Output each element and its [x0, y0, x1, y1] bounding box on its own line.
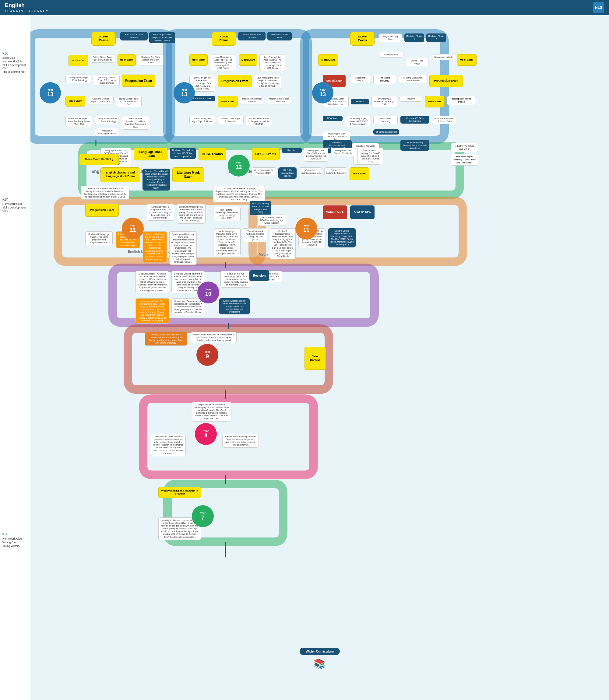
magazines-big-issue: Magazines: Big Issue: [379, 34, 402, 42]
journey-map: A Level Exams Personalised final revisio…: [31, 15, 609, 700]
mock-exam-left-1[interactable]: Mock Exam: [69, 55, 88, 66]
mock-exam-left-2[interactable]: Mock Exam: [118, 54, 136, 66]
tide-advertising: TIDE Advertising Representation: Context…: [400, 140, 429, 151]
mock-exam-mid-low[interactable]: Mock Exam: [218, 96, 238, 107]
mock-exam-right-far[interactable]: Mock Exam: [457, 54, 476, 66]
newspapers-no-time: Newspapers: No Time to Die (2015): [331, 148, 355, 156]
start-c5-nea[interactable]: Start C5 NEA: [350, 205, 375, 219]
revision-phase2: Revision Phase 2: [426, 34, 446, 42]
telling-stories-3: Telling Stories Paper 3: 'The Handmaid's…: [116, 96, 142, 107]
nls-logo: NLS: [593, 2, 604, 13]
ks4-section: KS4 Homework Club Skills Development Clu…: [2, 198, 31, 213]
science-experiments: Science and Experiments: An exploration …: [171, 298, 205, 315]
love-ages-bottom: Love Through the Ages Paper 1: Utopia: [189, 116, 215, 124]
gcse-exams-right[interactable]: GCSE Exams: [252, 148, 280, 160]
nea-starts: NEA Starts: [323, 116, 343, 121]
mock-exam-conflict[interactable]: Mock Exam Conflict [: [79, 154, 119, 165]
ks3-label: KS3: [2, 533, 22, 536]
wider-curriculum-badge: Wider Curriculum: [300, 648, 340, 655]
ks5-item-3[interactable]: Skills Development Club: [2, 64, 31, 70]
wider-curriculum-section: Wider Curriculum 📚: [300, 648, 340, 669]
year-13-badge-right: Year 13: [312, 82, 333, 104]
ks3-item-1[interactable]: Homework Club: [2, 537, 22, 540]
tv-global-age: TV in the Global Age – The Returned: [399, 75, 428, 84]
power-y9: Power: Explore the work of Shakespeare i…: [191, 332, 237, 343]
exploring-conflict-1: Exploring Conflict Paper 1: A Nessear Se…: [149, 32, 175, 43]
magazines-vogue: Magazines: Vogue: [350, 75, 371, 84]
industry-card: Industry: [400, 96, 422, 102]
music-online-rep: Music & Online: Representation & Marketi…: [328, 228, 356, 248]
video-industry-audience: Video Industry & Audience: The Mex (2019…: [243, 228, 267, 242]
submit-nea-y11[interactable]: Submit NEA: [323, 205, 347, 219]
progression-exam-mid[interactable]: Progression Exam: [218, 75, 251, 87]
ks5-item-4[interactable]: Trip to Skimrid Hill: [2, 70, 31, 73]
mock-exam-mid-2[interactable]: Mock Exam: [239, 54, 257, 66]
ks5-item-1[interactable]: Book Club: [2, 56, 31, 59]
alevel-exams-right[interactable]: A Level Exams: [350, 32, 375, 46]
radio-industry-card: The Radio Industry: [373, 75, 396, 84]
revision-rites: Revision: The Rites Roman and Daily Poet…: [138, 54, 163, 66]
gcse-exams-left[interactable]: GCSE Exams: [198, 148, 226, 160]
header-title: English LEARNING JOURNEY: [5, 2, 49, 13]
revision-right: Revision: [351, 99, 369, 104]
tv-crime-drama: TV Crime drama: Media Language; Represen…: [213, 186, 265, 202]
love-ages-paper2: Love Through the Ages Paper 2: The Great…: [254, 75, 281, 89]
relationships-y8: Relationships: Building a Roman Cuba you…: [222, 434, 259, 448]
page-header: English LEARNING JOURNEY NLS: [0, 0, 609, 15]
ks5-item-2[interactable]: Homework Club: [2, 60, 31, 63]
ks3-item-3[interactable]: Young Writers: [2, 544, 22, 548]
ks4-item-1[interactable]: Homework Club: [2, 202, 31, 205]
literature-mock-exam[interactable]: Literature Mock Exam: [172, 167, 204, 182]
progression-exam-y11[interactable]: Progression Exam: [85, 204, 119, 217]
online-lc: Online LC: justintimberlake.com: [324, 167, 347, 176]
lit-unseen-poetry: Literature: Unseen poetry and Power and …: [177, 204, 206, 224]
newspapers-sun: Newspapers: The Sun (15 November 2018) &…: [304, 148, 328, 162]
mock-exam-y12-bot[interactable]: Mock Exam: [350, 167, 369, 180]
methods-lang-analysis: Methods of Language Analysis: [95, 128, 119, 136]
progression-exam-right[interactable]: Progression Exam: [429, 75, 463, 87]
year-12-badge: Year 12: [228, 155, 250, 177]
online-zoe-suggs: Online – Zoe Suggs: [405, 58, 429, 66]
progression-exam-left[interactable]: Progression Exam: [122, 75, 155, 87]
focus-4cs: Focus on the 4Cs necessary in each of th…: [221, 271, 251, 288]
telling-stories-paper1-1: Telling Stories Paper 1: 'Poils' Antholo…: [66, 75, 91, 83]
modern-times-2b: Modern Times Paper 2: Storm Hill: [218, 116, 244, 124]
newspaper-industry-card: Newspaper Industry: [432, 54, 456, 60]
newspaper-front-pages: Newspaper Front Pages: [447, 96, 476, 105]
revision-intro-1: Revision and Introduction to Non-Examine…: [122, 116, 149, 130]
media-lang-y11: Media Language: Magazine Front Cover Vog…: [213, 228, 241, 256]
mock-exam-left-3[interactable]: Mock Exam: [66, 96, 85, 107]
language-mock-exam[interactable]: Language Mock Exam: [134, 148, 168, 160]
minority-voices: Minority Voices: This selection of contr…: [145, 332, 187, 346]
ks4-item-2[interactable]: Skills Development Club: [2, 206, 31, 212]
app-title: English: [5, 2, 49, 8]
mock-exam-right-1[interactable]: Mock Exam: [318, 54, 338, 66]
modern-times-1: Modern Times Paper 1: Utopia: [240, 96, 264, 104]
advertising-super: Advertising Super, Humours AUDIENCE & Re…: [345, 116, 371, 127]
wider-curriculum-icon: 📚: [300, 658, 340, 669]
media-small-label: Media: [259, 253, 268, 256]
media-in-english: Media in English: This unit is about the…: [136, 271, 169, 293]
mock-exam-mid-1[interactable]: Mock Exam: [189, 54, 208, 66]
telling-stories-p1-low: Telling Stories Paper 1: 'Poils' Antholo…: [95, 116, 119, 124]
prejudice-discrimination: Prejudice and Discrimination: Explore pr…: [192, 402, 231, 421]
year-7-badge: Year 7: [192, 505, 214, 527]
exploring-conflict-paper2: Exploring Conflict Paper 2: 5 Nessear Se…: [94, 75, 120, 86]
revision-badge-y11: Revision: [249, 270, 269, 281]
revisiting-set-texts: Revisiting of Set Texts: [267, 32, 292, 40]
inspector-calls-y10: An Inspector Calls: Our Shakespeare 3 ar…: [136, 298, 169, 324]
mock-exam-right-low[interactable]: Mock Exam: [425, 96, 445, 107]
eng-lit-lang-mock-exam[interactable]: English Literature and Language Mock Exa…: [101, 167, 140, 182]
tv-industry-audience: TV Industry & Audience The She (To 750): [371, 96, 397, 107]
music-video-y12: Music Video (2020): The Mex (2020): [251, 167, 276, 176]
print-ads: Print Ads: Quality Films (2018) The Sun …: [250, 201, 271, 215]
lit-christmas-carol: Literature: Christmas Carol: This unit i…: [142, 231, 167, 262]
ks3-item-2[interactable]: Writing Club: [2, 541, 22, 544]
journey-map-container: A Level Exams Personalised final revisio…: [31, 15, 609, 700]
mock1-film-marketing: Mock 1 Film Marketing: [373, 116, 398, 124]
alevel-exams-left[interactable]: A Level Exams: [91, 32, 116, 46]
love-through-ages-2: Love Through the Ages Paper 1: The Great…: [259, 54, 285, 71]
love-through-ages-1: Love Through the Ages Paper 1: The Great…: [210, 54, 236, 71]
revision-y12-bot: Revision: This will be all about English…: [142, 168, 170, 191]
alevel-exams-mid[interactable]: A Level Exams: [212, 32, 236, 46]
